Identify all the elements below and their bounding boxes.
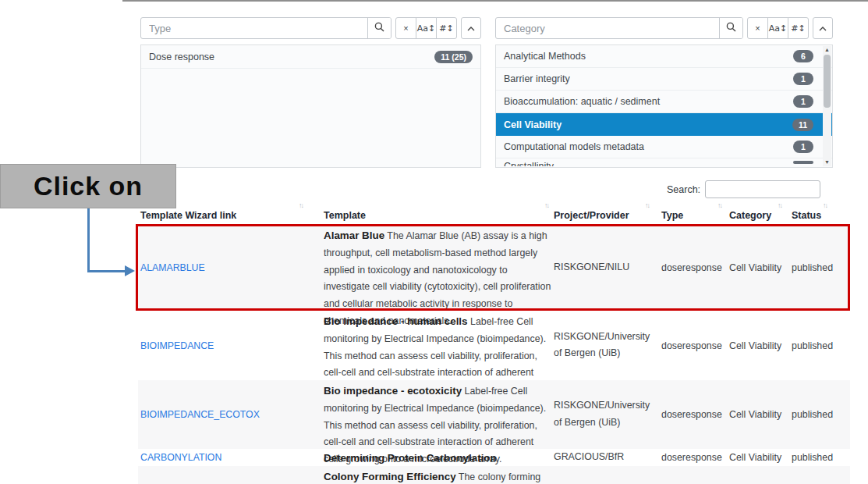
provider-cell: RISKGONE/University of Bergen (UiB) [554,329,654,363]
collapse-filter-button[interactable] [461,17,481,39]
search-icon [374,22,384,34]
template-name: Determining Protein Carbonylation [324,452,497,464]
type-filter-item[interactable]: Dose response 11 (25) [141,45,480,69]
sort-alpha-icon: Aa↕ [417,23,435,34]
clear-icon: × [403,23,408,33]
category-filter-item-selected[interactable]: Cell Viability 11 [496,113,832,136]
arrow-head-icon [125,265,135,276]
column-header-template[interactable]: Template [324,210,366,221]
filter-panel-category: × Aa↕ #↕ Analytical Methods 6 Barrier in… [495,17,833,168]
table-header-row: Template Wizard link Template Project/Pr… [138,201,850,225]
template-cell: Colony Forming Efficiency The colony for… [324,466,552,484]
scroll-up-icon[interactable]: ▲ [823,46,831,54]
count-badge [793,161,813,164]
type-cell: doseresponse [661,262,728,273]
count-badge: 6 [793,50,813,62]
count-badge: 1 [793,73,813,85]
column-header-type[interactable]: Type [661,210,683,221]
top-border [122,0,868,2]
scrollbar[interactable]: ▲ ▼ [823,46,831,166]
type-filter-input[interactable] [141,18,367,38]
provider-cell: GRACIOUS/BfR [554,449,654,466]
category-cell: Cell Viability [729,452,792,463]
filter-item-label: Cell Viability [504,119,792,130]
sort-count-button[interactable]: #↕ [788,17,809,39]
category-filter-item[interactable]: Barrier integrity 1 [496,68,832,91]
filter-item-label: Crystallinity [504,161,793,166]
search-label: Search: [667,184,700,195]
filter-item-label: Analytical Methods [504,51,793,62]
template-link[interactable]: ALAMARBLUE [140,262,316,273]
provider-cell: RISKGONE/University of Bergen (UiB) [554,397,654,432]
page: × Aa↕ #↕ Dose response 11 (25) [0,0,868,484]
table-row: BIOIMPEDANCE_ECOTOX Bio impedance - ecot… [138,380,850,449]
filter-item-label: Bioaccumulation: aquatic / sediment [504,96,793,107]
table-search-input[interactable] [705,180,820,198]
template-name: Bio impedance - ecotoxicity [324,385,462,397]
scrollbar-thumb[interactable] [824,55,831,108]
click-annotation-label: Click on [34,171,143,201]
category-cell: Cell Viability [729,340,792,351]
template-link[interactable]: BIOIMPEDANCE [140,340,316,351]
type-cell: doseresponse [661,340,728,351]
templates-table: Template Wizard link Template Project/Pr… [138,201,850,484]
status-cell: published [792,409,850,420]
click-arrow [87,208,90,272]
type-filter-list: Dose response 11 (25) [140,44,481,168]
sort-icon[interactable]: ↑↓ [717,201,721,209]
column-header-status[interactable]: Status [792,210,821,221]
category-filter-input[interactable] [496,18,719,38]
status-cell: published [792,452,850,463]
sort-icon[interactable]: ↑↓ [823,201,827,209]
table-row: Colony Forming Efficiency The colony for… [138,466,850,484]
search-button[interactable] [367,18,391,38]
category-filter-item[interactable]: Crystallinity [496,158,832,166]
category-filter-item[interactable]: Computational models metadata 1 [496,136,832,158]
sort-icon[interactable]: ↑↓ [299,201,303,209]
template-name: Colony Forming Efficiency [324,471,456,482]
sort-count-icon: #↕ [791,23,805,34]
filter-panel-type: × Aa↕ #↕ Dose response 11 (25) [140,17,481,168]
provider-cell: RISKGONE/NILU [554,259,654,276]
clear-filter-button[interactable]: × [747,17,768,39]
scroll-down-icon[interactable]: ▼ [823,158,831,166]
table-search: Search: [667,180,820,198]
clear-icon: × [755,23,760,33]
sort-count-button[interactable]: #↕ [436,17,457,39]
column-header-category[interactable]: Category [729,210,771,221]
click-arrow [87,270,126,272]
template-link[interactable]: BIOIMPEDANCE_ECOTOX [140,409,316,420]
filter-item-label: Computational models metadata [504,141,793,152]
category-filter-list: Analytical Methods 6 Barrier integrity 1… [495,44,833,168]
count-badge: 1 [793,95,813,108]
sort-icon[interactable]: ↑↓ [778,201,781,209]
chevron-up-icon [819,23,827,33]
category-cell: Cell Viability [729,409,792,420]
filter-item-label: Barrier integrity [504,73,793,84]
status-cell: published [792,340,850,351]
count-badge: 11 [792,119,813,131]
search-button[interactable] [719,18,742,38]
type-cell: doseresponse [661,409,728,420]
filter-item-label: Dose response [149,52,434,62]
sort-icon[interactable]: ↑↓ [645,201,649,209]
table-row: BIOIMPEDANCE Bio impedance - human cells… [138,311,850,380]
sort-alpha-button[interactable]: Aa↕ [767,17,788,39]
sort-alpha-icon: Aa↕ [769,23,787,34]
status-cell: published [792,262,850,273]
sort-icon[interactable]: ↑↓ [544,201,548,209]
sort-count-icon: #↕ [439,23,453,34]
type-cell: doseresponse [661,452,728,463]
column-header-project-provider[interactable]: Project/Provider [554,210,629,221]
sort-alpha-button[interactable]: Aa↕ [416,17,437,39]
clear-filter-button[interactable]: × [395,17,416,39]
category-filter-item[interactable]: Analytical Methods 6 [496,45,832,68]
template-link[interactable]: CARBONYLATION [140,452,316,463]
table-row: CARBONYLATION Determining Protein Carbon… [138,449,850,466]
template-name: Bio impedance - human cells [324,315,468,327]
click-annotation: Click on [0,164,176,208]
template-name: Alamar Blue [324,230,384,241]
column-header-template-wizard-link[interactable]: Template Wizard link [140,210,236,221]
category-filter-item[interactable]: Bioaccumulation: aquatic / sediment 1 [496,91,832,113]
collapse-filter-button[interactable] [813,17,833,39]
